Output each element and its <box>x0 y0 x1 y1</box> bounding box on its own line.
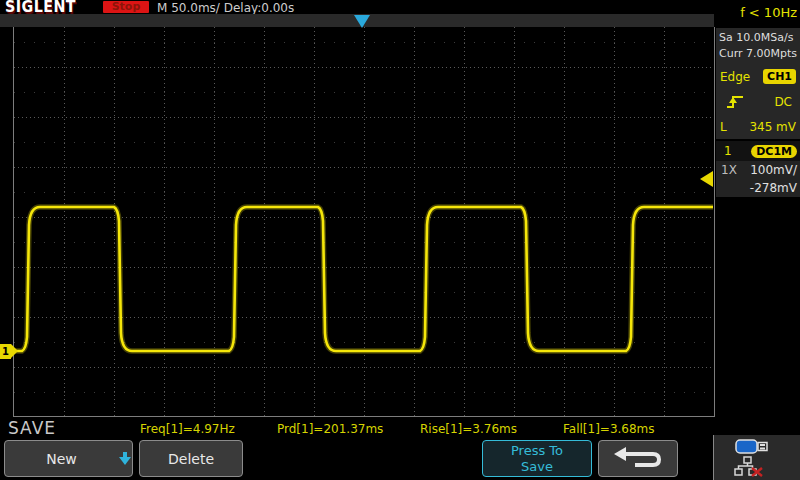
trigger-panel: Edge CH1 DC L 345 mV <box>716 64 800 139</box>
trigger-level-label: L <box>720 120 727 134</box>
trigger-frequency-readout: f < 10Hz <box>740 5 797 20</box>
new-button[interactable]: New <box>4 440 133 477</box>
channel-coupling-badge: DC1M <box>751 145 797 158</box>
channel1-ground-marker: 1 <box>0 344 11 359</box>
trigger-coupling-label: DC <box>774 95 792 109</box>
vertical-offset-readout: -278mV <box>750 181 797 195</box>
memory-depth-readout: Curr 7.00Mpts <box>716 46 800 62</box>
delete-button-label: Delete <box>168 451 214 467</box>
acquisition-panel: Sa 10.0MSa/s Curr 7.00Mpts <box>716 28 800 64</box>
delete-button[interactable]: Delete <box>139 440 243 477</box>
return-arrow-icon <box>609 446 667 472</box>
new-button-label: New <box>46 451 77 467</box>
menu-title: SAVE <box>8 418 56 438</box>
status-icons-panel <box>713 435 800 480</box>
graticule-lines <box>14 27 714 416</box>
timebase-readout: M 50.0ms/ Delay:0.00s <box>157 1 294 15</box>
lan-disconnected-icon <box>734 456 766 477</box>
measurement-freq: Freq[1]=4.97Hz <box>140 422 235 436</box>
trigger-source-badge: CH1 <box>763 69 796 84</box>
trigger-level-marker-icon <box>700 171 713 187</box>
vertical-scale-readout: 100mV/ <box>750 163 797 177</box>
rising-edge-icon <box>724 93 746 110</box>
trigger-type-label: Edge <box>720 70 750 84</box>
return-button[interactable] <box>598 440 678 477</box>
oscilloscope-screen: SIGLENT Stop M 50.0ms/ Delay:0.00s f < 1… <box>0 0 800 480</box>
measurement-rise: Rise[1]=3.76ms <box>420 422 517 436</box>
trigger-level-value: 345 mV <box>749 120 796 134</box>
run-state-badge: Stop <box>103 1 149 13</box>
graticule <box>13 27 715 417</box>
probe-attenuation-readout: 1X <box>721 163 737 177</box>
usb-icon <box>735 438 771 455</box>
channel-number-label: 1 <box>724 144 732 158</box>
channel1-panel: 1 DC1M 1X 100mV/ -278mV <box>716 141 800 197</box>
measurement-period: Prd[1]=201.37ms <box>277 422 383 436</box>
save-button-label-line1: Press To <box>511 443 563 459</box>
measurement-fall: Fall[1]=3.68ms <box>563 422 655 436</box>
save-button-label-line2: Save <box>521 459 553 475</box>
press-to-save-button[interactable]: Press To Save <box>482 440 592 477</box>
sample-rate-readout: Sa 10.0MSa/s <box>716 30 800 46</box>
